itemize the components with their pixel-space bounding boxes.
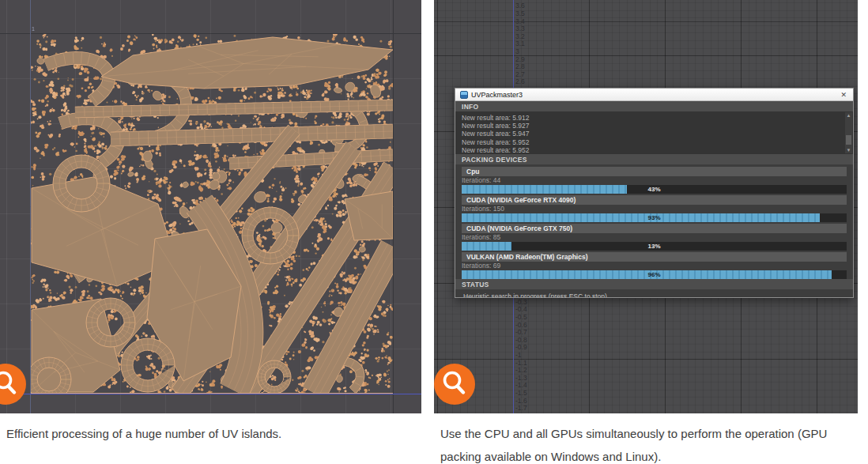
- device-iterations: Iterations: 150: [462, 205, 847, 213]
- progress-label: 43%: [462, 185, 847, 194]
- grid-ruler-label: 3.5: [515, 9, 525, 17]
- zoom-button[interactable]: [0, 364, 26, 405]
- grid-ruler-label: -0.3: [515, 298, 527, 306]
- scroll-up-icon[interactable]: ▲: [845, 112, 852, 119]
- figure-row: Efficient processing of a huge number of…: [0, 0, 868, 464]
- zoom-button[interactable]: [434, 364, 475, 405]
- log-scrollbar[interactable]: ▲ ▼: [845, 112, 852, 153]
- log-line: New result area: 5.927: [462, 122, 842, 130]
- progress-bar: 43%: [462, 185, 847, 194]
- grid-ruler-label: -1.6: [515, 397, 527, 405]
- device-name: CUDA (NVIDIA GeForce GTX 750): [462, 224, 847, 233]
- grid-ruler-label: -0.8: [515, 336, 527, 344]
- left-figure: Efficient processing of a huge number of…: [0, 0, 421, 464]
- grid-ruler-label: -0.6: [515, 321, 527, 329]
- uv-islands-canvas: [0, 0, 421, 413]
- grid-ruler-label: -0.5: [515, 313, 527, 321]
- uv-editor-packed-view: [0, 0, 421, 413]
- device-iterations: Iterations: 85: [462, 233, 847, 242]
- grid-ruler-label: 3.6: [515, 2, 525, 9]
- grid-ruler-label: 3.1: [515, 40, 525, 47]
- scroll-thumb[interactable]: [846, 135, 851, 145]
- grid-ruler-label: -0.7: [515, 328, 527, 336]
- log-line: New result area: 5.912: [462, 114, 842, 122]
- grid-ruler-label: -1.2: [515, 366, 527, 374]
- uvpackmaster-app-icon: [460, 91, 468, 99]
- dialog-titlebar[interactable]: UVPackmaster3 ✕: [455, 89, 853, 101]
- progress-label: 96%: [462, 270, 847, 279]
- grid-ruler-label: -1.5: [515, 389, 527, 397]
- log-line: New result area: 5.952: [462, 146, 842, 154]
- section-header-packing-devices: PACKING DEVICES: [455, 154, 853, 164]
- grid-ruler-label: 3.3: [515, 25, 525, 32]
- close-icon[interactable]: ✕: [839, 91, 848, 99]
- packing-devices-list: CpuIterations: 4443%CUDA (NVIDIA GeForce…: [455, 164, 853, 279]
- device-iterations: Iterations: 44: [462, 176, 847, 185]
- progress-bar: 96%: [462, 270, 847, 279]
- grid-ruler-label: -1.1: [515, 359, 527, 367]
- device-name: CUDA (NVIDIA GeForce RTX 4090): [462, 195, 847, 205]
- grid-ruler-label: 2.7: [515, 70, 525, 78]
- section-header-status: STATUS: [455, 279, 853, 289]
- grid-ruler-label: 2.8: [515, 62, 525, 70]
- grid-ruler-label: -1.7: [515, 404, 527, 412]
- dialog-title: UVPackmaster3: [471, 91, 523, 99]
- log-line: New result area: 5.952: [462, 138, 842, 146]
- grid-ruler-label: 2.6: [515, 77, 525, 85]
- log-line: New result area: 5.947: [462, 130, 842, 138]
- right-figure: 3.63.53.43.33.23.132.92.82.72.6-0.3-0.4-…: [434, 0, 858, 464]
- grid-ruler-label: 3.4: [515, 17, 525, 25]
- grid-ruler-label: 3: [515, 47, 519, 55]
- right-caption: Use the CPU and all GPUs simultaneously …: [440, 422, 850, 464]
- grid-ruler-label: 2.9: [515, 55, 525, 63]
- scroll-down-icon[interactable]: ▼: [845, 147, 852, 153]
- magnifier-icon: [434, 364, 475, 405]
- progress-label: 93%: [462, 213, 847, 222]
- info-log-area[interactable]: New result area: 5.912New result area: 5…: [455, 111, 853, 154]
- grid-ruler-label: -1.8: [515, 412, 527, 413]
- grid-ruler-label: 3.2: [515, 32, 525, 40]
- grid-ruler-label: -0.9: [515, 343, 527, 351]
- left-caption: Efficient processing of a huge number of…: [6, 422, 416, 445]
- progress-bar: 93%: [462, 213, 847, 222]
- grid-ruler-label: -1: [515, 351, 522, 359]
- status-text: Heuristic search in progress (press ESC …: [455, 289, 853, 298]
- uv-editor-grid-view: 3.63.53.43.33.23.132.92.82.72.6-0.3-0.4-…: [434, 0, 858, 413]
- device-name: VULKAN (AMD Radeon(TM) Graphics): [462, 252, 847, 262]
- log-lines: New result area: 5.912New result area: 5…: [462, 114, 842, 154]
- progress-label: 13%: [462, 242, 847, 251]
- device-iterations: Iterations: 69: [462, 262, 847, 270]
- uvpackmaster-dialog: UVPackmaster3 ✕ INFO New result area: 5.…: [455, 88, 854, 298]
- device-name: Cpu: [462, 167, 847, 176]
- grid-ruler-label: -1.4: [515, 381, 527, 389]
- magnifier-icon: [0, 364, 26, 405]
- grid-ruler-label: -0.4: [515, 305, 527, 313]
- section-header-info: INFO: [455, 101, 853, 111]
- progress-bar: 13%: [462, 242, 847, 251]
- grid-ruler-label: -1.3: [515, 374, 527, 382]
